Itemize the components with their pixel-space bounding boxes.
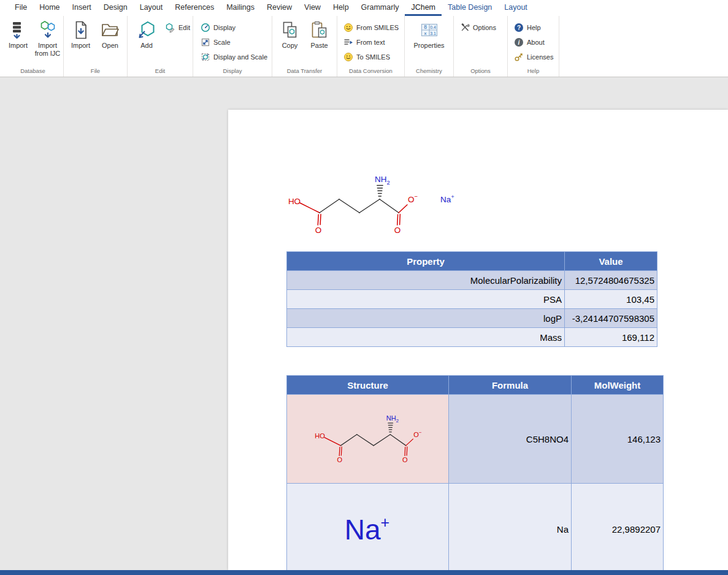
import-from-ijc-button[interactable]: Import from IJC xyxy=(33,17,63,64)
property-value-cell[interactable]: -3,24144707598305 xyxy=(565,309,657,328)
tab-help[interactable]: Help xyxy=(327,1,355,17)
help-label: Help xyxy=(527,24,541,31)
ribbon-group-options: Options Options xyxy=(454,16,508,77)
property-value-cell[interactable]: 103,45 xyxy=(565,290,657,309)
edit-label: Edit xyxy=(178,24,190,31)
molecule-drawing[interactable]: Na+ xyxy=(282,167,466,240)
tab-home[interactable]: Home xyxy=(33,1,66,17)
ribbon-tab-bar: File Home Insert Design Layout Reference… xyxy=(0,0,728,16)
molweight-column-header[interactable]: MolWeight xyxy=(572,376,664,395)
document-canvas: Na+ Property Value MolecularPolarizabili… xyxy=(0,77,728,570)
sodium-charge: + xyxy=(451,193,454,200)
ribbon-group-help: ? Help i About xyxy=(508,16,559,77)
display-button[interactable]: Display xyxy=(198,22,238,33)
open-button[interactable]: Open xyxy=(96,17,125,64)
formula-cell[interactable]: Na xyxy=(449,484,572,571)
options-label: Options xyxy=(473,24,496,31)
paste-icon xyxy=(310,20,329,40)
file-import-icon xyxy=(71,20,91,40)
group-label-data-conversion: Data Conversion xyxy=(337,67,404,77)
ribbon-group-chemistry: 8 0.4 x 3.1 Properties Chemistry xyxy=(405,16,454,77)
property-column-header[interactable]: Property xyxy=(287,252,565,271)
tab-view[interactable]: View xyxy=(298,1,327,17)
scale-label: Scale xyxy=(213,39,231,46)
licenses-label: Licenses xyxy=(527,53,553,61)
help-button[interactable]: ? Help xyxy=(512,22,543,33)
tab-grammarly[interactable]: Grammarly xyxy=(355,1,405,17)
file-import-label: Import xyxy=(71,42,90,50)
structure-cell-sodium[interactable]: Na+ xyxy=(287,484,449,571)
open-label: Open xyxy=(102,42,118,50)
from-smiles-label: From SMILES xyxy=(356,24,399,31)
tab-design[interactable]: Design xyxy=(98,1,134,17)
structure-column-header[interactable]: Structure xyxy=(287,376,449,395)
file-import-button[interactable]: Import xyxy=(66,17,96,64)
edit-button[interactable]: Edit xyxy=(163,22,193,33)
formula-cell[interactable]: C5H8NO4 xyxy=(449,395,572,484)
value-column-header[interactable]: Value xyxy=(565,252,657,271)
database-import-button[interactable]: Import xyxy=(4,17,33,64)
add-label: Add xyxy=(140,42,153,50)
table-row: MolecularPolarizability 12,5724804675325 xyxy=(287,271,657,290)
options-button[interactable]: Options xyxy=(458,22,499,33)
ribbon-group-display: Display Scale xyxy=(193,16,272,77)
jchem-ribbon: Import Import from IJC Database xyxy=(0,16,728,77)
tab-layout-contextual[interactable]: Layout xyxy=(498,1,534,17)
tab-references[interactable]: References xyxy=(169,1,220,17)
properties-label: Properties xyxy=(413,42,444,50)
molweight-cell[interactable]: 22,9892207 xyxy=(572,484,664,571)
tab-table-design[interactable]: Table Design xyxy=(442,1,498,17)
scale-button[interactable]: Scale xyxy=(198,37,233,48)
group-label-display: Display xyxy=(193,67,272,77)
structure-table: Structure Formula MolWeight C5H8NO4 146 xyxy=(286,375,664,570)
from-smiles-button[interactable]: From SMILES xyxy=(341,22,401,33)
display-and-scale-button[interactable]: Display and Scale xyxy=(198,51,270,63)
tab-file[interactable]: File xyxy=(9,1,33,17)
tab-insert[interactable]: Insert xyxy=(66,1,98,17)
property-value-cell[interactable]: 169,112 xyxy=(565,328,657,347)
to-smiles-button[interactable]: To SMILES xyxy=(341,51,393,63)
copy-icon xyxy=(280,20,300,40)
tab-jchem[interactable]: JChem xyxy=(405,1,442,17)
property-name-cell[interactable]: PSA xyxy=(287,290,565,309)
tab-layout[interactable]: Layout xyxy=(134,1,169,17)
paste-button[interactable]: Paste xyxy=(305,17,334,64)
table-row: C5H8NO4 146,123 xyxy=(287,395,664,484)
property-name-cell[interactable]: logP xyxy=(287,309,565,328)
from-text-icon xyxy=(343,37,353,47)
group-label-edit: Edit xyxy=(128,67,193,77)
about-info-icon: i xyxy=(514,37,524,47)
about-button[interactable]: i About xyxy=(512,37,547,48)
licenses-button[interactable]: Licenses xyxy=(512,51,556,63)
from-text-button[interactable]: From text xyxy=(341,37,387,48)
properties-icon-text: x xyxy=(424,31,426,36)
options-tools-icon xyxy=(460,23,470,32)
copy-button[interactable]: Copy xyxy=(275,17,305,64)
properties-icon-text: 3.1 xyxy=(430,31,436,36)
help-icon: ? xyxy=(514,23,524,32)
sodium-charge: + xyxy=(381,514,390,531)
tab-mailings[interactable]: Mailings xyxy=(220,1,261,17)
svg-text:?: ? xyxy=(517,25,521,31)
properties-button[interactable]: 8 0.4 x 3.1 Properties xyxy=(411,17,448,64)
import-from-ijc-icon xyxy=(38,20,58,40)
add-button[interactable]: Add xyxy=(135,17,158,64)
status-bar xyxy=(0,570,728,575)
display-icon xyxy=(201,23,210,32)
molweight-cell[interactable]: 146,123 xyxy=(572,395,664,484)
group-label-data-transfer: Data Transfer xyxy=(272,67,337,77)
property-name-cell[interactable]: Mass xyxy=(287,328,565,347)
formula-column-header[interactable]: Formula xyxy=(449,376,572,395)
table-row: PSA 103,45 xyxy=(287,290,657,309)
add-structure-icon xyxy=(137,20,156,40)
tab-review[interactable]: Review xyxy=(261,1,298,17)
table-row: Na+ Na 22,9892207 xyxy=(287,484,664,571)
display-and-scale-label: Display and Scale xyxy=(213,53,267,61)
database-import-label: Import xyxy=(9,42,28,50)
document-page[interactable]: Na+ Property Value MolecularPolarizabili… xyxy=(228,110,728,570)
structure-cell-molecule[interactable] xyxy=(287,395,449,484)
to-smiles-label: To SMILES xyxy=(356,53,390,61)
import-from-ijc-label: Import from IJC xyxy=(33,42,63,58)
property-name-cell[interactable]: MolecularPolarizability xyxy=(287,271,565,290)
property-value-cell[interactable]: 12,5724804675325 xyxy=(565,271,657,290)
